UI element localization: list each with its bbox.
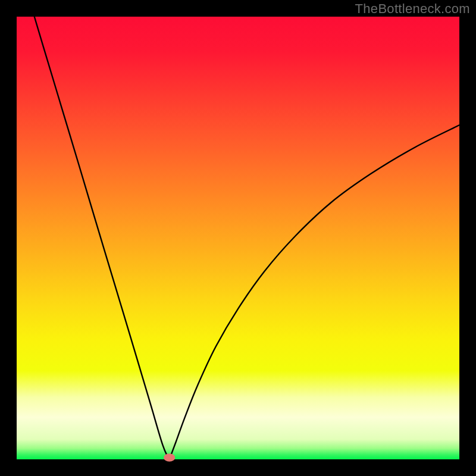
bottleneck-chart: [0, 0, 476, 476]
chart-background: [17, 17, 459, 459]
watermark-text: TheBottleneck.com: [355, 1, 470, 17]
minimum-marker: [164, 453, 175, 461]
